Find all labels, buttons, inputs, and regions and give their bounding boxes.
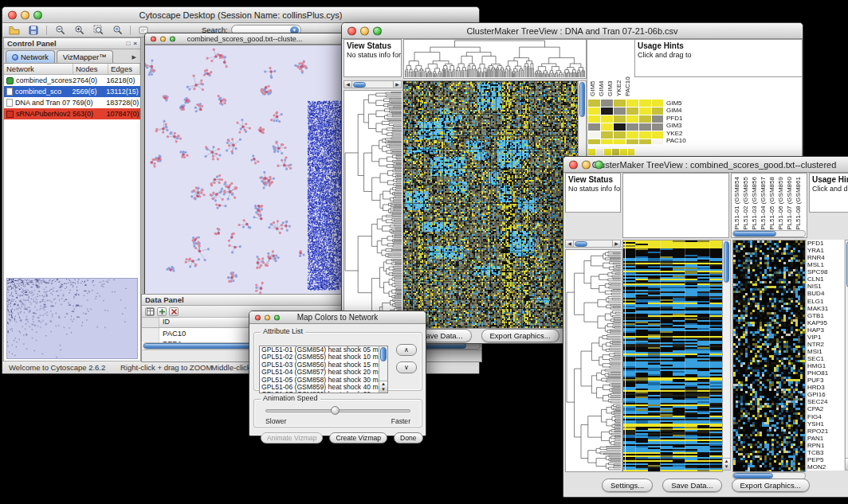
heatmap-vscrollbar[interactable]: ▲ ▼ [722, 240, 731, 471]
close-button[interactable] [8, 10, 17, 19]
gene-label[interactable]: YRA1 [807, 247, 844, 254]
gene-label[interactable]: YKE2 [666, 130, 700, 137]
gene-label[interactable]: FIG4 [807, 413, 844, 420]
zoom-selected-icon[interactable] [108, 24, 126, 36]
vscroll-thumb[interactable] [579, 82, 585, 117]
gene-label[interactable]: MSI1 [807, 348, 844, 355]
minimize-button[interactable] [160, 36, 166, 41]
network-list-item[interactable]: combined_scores2764(0)16218(0) [4, 75, 140, 86]
zoom-heatmap-canvas[interactable] [588, 100, 663, 144]
gene-label[interactable]: VIP1 [807, 334, 844, 341]
close-panel-icon[interactable]: × [133, 40, 137, 47]
scroll-down-icon[interactable]: ▼ [379, 387, 387, 393]
network-list-item[interactable]: sRNAPuberNov2563(0)107847(0) [4, 108, 140, 119]
gene-label[interactable]: MSL1 [807, 261, 844, 268]
create-attribute-icon[interactable] [157, 307, 167, 316]
column-label[interactable]: YKE2 [615, 41, 624, 96]
col-edges[interactable]: Edges [108, 64, 140, 74]
gene-label[interactable]: NIS1 [807, 283, 844, 290]
gene-label[interactable]: SPC98 [807, 268, 844, 275]
dialog-titlebar[interactable]: Map Colors to Network [249, 311, 426, 324]
gene-label[interactable]: PAC10 [666, 137, 700, 144]
export-graphics-button[interactable]: Export Graphics... [481, 329, 559, 342]
zoom-button[interactable] [274, 315, 280, 320]
col-network[interactable]: Network [4, 64, 73, 74]
speed-slider-thumb[interactable] [331, 406, 340, 415]
main-titlebar[interactable]: Cytoscape Desktop (Session Name: collins… [2, 7, 479, 23]
delete-attribute-icon[interactable] [169, 307, 179, 316]
move-up-button[interactable]: ∧ [396, 344, 417, 356]
gene-label[interactable]: ELG1 [807, 298, 844, 305]
gene-label[interactable]: HRD3 [807, 384, 844, 391]
animate-vizmap-button[interactable]: Animate Vizmap [261, 432, 323, 443]
gene-label[interactable]: CPA2 [807, 405, 844, 412]
column-label[interactable]: GPL51-01 (GSM854 [733, 176, 742, 235]
zoom-out-icon[interactable] [51, 24, 69, 36]
gene-label[interactable]: GIM4 [666, 107, 700, 114]
network-view-titlebar[interactable]: combined_scores_good.txt--cluste... [145, 33, 344, 45]
gene-label[interactable]: MON2 [807, 463, 844, 471]
gene-label[interactable]: GTB1 [807, 312, 844, 319]
close-button[interactable] [347, 26, 356, 35]
gene-label[interactable]: RPN1 [807, 442, 844, 449]
zoom-button[interactable] [595, 160, 603, 169]
gene-label[interactable]: GPI16 [807, 391, 844, 398]
gene-label[interactable]: PHO81 [807, 369, 844, 377]
scroll-left-icon[interactable]: ◀ [344, 81, 352, 88]
column-label[interactable]: GIM5 [589, 41, 598, 96]
gene-label[interactable]: MAK31 [807, 305, 844, 312]
gene-label[interactable]: PFD1 [666, 115, 700, 122]
float-panel-icon[interactable]: □ [126, 40, 130, 47]
hscroll-thumb[interactable] [733, 231, 776, 236]
gene-label[interactable]: YSH1 [807, 420, 844, 428]
open-folder-icon[interactable] [6, 24, 23, 36]
row-dendrogram-canvas[interactable] [565, 249, 622, 472]
gene-label[interactable]: SEC1 [807, 355, 844, 362]
vscroll-thumb[interactable] [380, 347, 387, 361]
zoom-fit-icon[interactable] [89, 24, 107, 36]
close-button[interactable] [255, 315, 261, 320]
gene-label[interactable]: PEP5 [807, 456, 844, 463]
attribute-listbox[interactable]: GPL51-01 (GSM854) heat shock 05 minGPL51… [259, 346, 388, 393]
treeview2-titlebar[interactable]: ClusterMaker TreeView : combined_scores_… [563, 157, 848, 173]
column-label[interactable]: GPL51-04 (GSM857 [760, 176, 768, 235]
minimize-button[interactable] [360, 26, 369, 35]
done-button[interactable]: Done [394, 432, 423, 443]
gene-label[interactable]: PAN1 [807, 435, 844, 442]
hscroll-thumb[interactable] [353, 82, 366, 88]
list-vscrollbar[interactable]: ▲ ▼ [379, 346, 387, 393]
gene-label[interactable]: PFD1 [807, 240, 844, 247]
close-button[interactable] [151, 36, 156, 41]
zoom-hscrollbar[interactable] [732, 230, 806, 237]
column-label[interactable]: GPL51-03 (GSM856 [751, 176, 760, 235]
column-label[interactable]: GPL51-07 (GSM860 [786, 176, 795, 235]
network-graph-canvas[interactable] [145, 45, 344, 297]
gene-label[interactable]: HMG1 [807, 362, 844, 369]
network-overview-thumbnail[interactable] [6, 278, 138, 359]
zoom-in-icon[interactable] [70, 24, 88, 36]
gene-label[interactable]: HAP3 [807, 326, 844, 334]
gene-list-vscrollbar[interactable]: ▲ ▼ [845, 240, 848, 471]
close-button[interactable] [569, 160, 578, 169]
save-icon[interactable] [25, 24, 42, 36]
select-attributes-icon[interactable] [145, 307, 155, 316]
gene-label[interactable]: NTR2 [807, 341, 844, 348]
column-label[interactable]: GPL51-08 (GSM861 [795, 176, 803, 235]
minimize-button[interactable] [582, 160, 591, 169]
minimize-button[interactable] [265, 315, 270, 320]
gene-label[interactable]: BUD4 [807, 290, 844, 297]
column-label[interactable]: GIM3 [607, 41, 615, 96]
gene-label[interactable]: GIM3 [666, 122, 700, 129]
gene-label[interactable]: RNR4 [807, 254, 844, 261]
gene-label[interactable]: GIM5 [666, 100, 700, 107]
export-graphics-button[interactable]: Export Graphics... [732, 479, 810, 492]
tree-hscrollbar[interactable]: ◀ ▶ [565, 240, 621, 248]
global-heatmap-canvas[interactable] [622, 240, 723, 472]
gene-label[interactable]: SEC24 [807, 398, 844, 405]
zoom-button[interactable] [170, 36, 175, 41]
zoom-button[interactable] [373, 26, 382, 35]
scroll-down-icon[interactable]: ▼ [723, 464, 730, 470]
column-label[interactable]: GPL51-05 (GSM858 [768, 176, 777, 235]
create-vizmap-button[interactable]: Create Vizmap [329, 432, 387, 443]
gene-label[interactable]: KAP95 [807, 319, 844, 326]
